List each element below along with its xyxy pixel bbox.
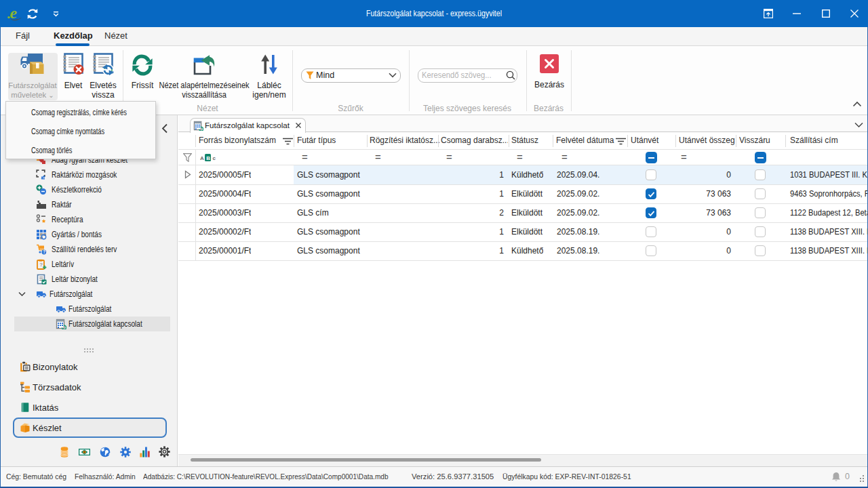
svg-text:A: A xyxy=(200,155,204,161)
svg-text:c: c xyxy=(213,155,216,161)
svg-text:e: e xyxy=(9,6,17,22)
svg-text:B: B xyxy=(206,155,210,161)
svg-text:?: ? xyxy=(43,249,45,254)
svg-text:?: ? xyxy=(39,262,43,268)
